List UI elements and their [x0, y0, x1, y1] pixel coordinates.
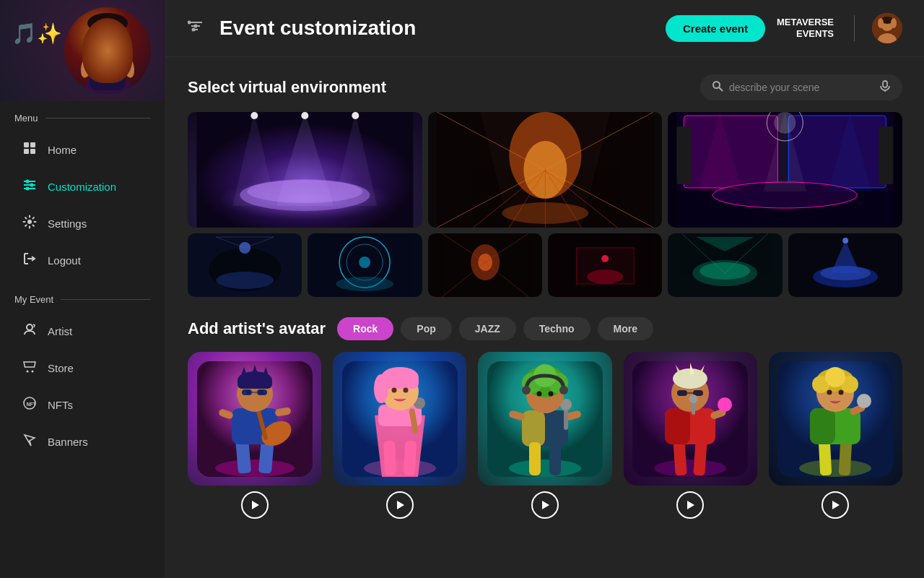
svg-point-114 [842, 238, 848, 243]
genre-tab-jazz[interactable]: JAZZ [459, 317, 516, 340]
scene-search-input[interactable] [729, 82, 873, 93]
hero-avatar-svg [64, 7, 151, 94]
svg-marker-135 [252, 501, 259, 509]
svg-rect-153 [522, 410, 545, 447]
svg-point-106 [699, 262, 750, 280]
sidebar-item-nfts[interactable]: NFT NFTs [7, 387, 158, 423]
svg-point-50 [250, 112, 258, 119]
svg-point-166 [548, 391, 553, 396]
sidebar-item-settings-label: Settings [48, 217, 87, 230]
sidebar-item-home-label: Home [48, 144, 77, 156]
avatar-play-btn-1[interactable] [241, 491, 269, 519]
svg-rect-12 [24, 149, 29, 154]
main-content: Event customization Create event METAVER… [166, 0, 924, 578]
svg-point-17 [30, 184, 34, 187]
svg-point-4 [99, 34, 105, 41]
microphone-icon[interactable] [879, 80, 891, 95]
env-card-4[interactable] [188, 233, 302, 297]
svg-rect-13 [30, 149, 35, 154]
svg-point-190 [799, 460, 871, 477]
genre-tab-rock[interactable]: Rock [337, 317, 393, 340]
sidebar-item-logout-label: Logout [48, 254, 81, 267]
sidebar-hero: 🎵✨ [0, 0, 165, 101]
avatar-grid [188, 352, 902, 519]
filter-icon [188, 19, 204, 38]
sidebar: 🎵✨ Menu [0, 0, 166, 578]
avatar-image-1[interactable] [188, 352, 321, 486]
svg-point-103 [601, 255, 609, 262]
avatar-image-2[interactable] [333, 352, 466, 486]
avatar-play-btn-2[interactable] [386, 491, 414, 519]
topbar: Event customization Create event METAVER… [166, 0, 924, 57]
sidebar-nav: Home Customization [0, 128, 165, 282]
genre-tab-more[interactable]: More [598, 317, 653, 340]
env-card-9[interactable] [788, 233, 902, 297]
svg-text:NFT: NFT [27, 402, 37, 407]
svg-rect-175 [665, 408, 690, 444]
sidebar-logo: 🎵✨ [12, 22, 62, 46]
svg-rect-186 [692, 402, 695, 415]
sidebar-item-home[interactable]: Home [7, 132, 158, 168]
avatar-image-3[interactable] [478, 352, 611, 486]
avatar-image-4[interactable] [624, 352, 757, 486]
svg-rect-10 [24, 142, 29, 147]
create-event-button[interactable]: Create event [666, 15, 765, 42]
svg-point-168 [559, 386, 568, 394]
topbar-divider [854, 15, 855, 41]
svg-rect-6 [96, 35, 106, 40]
sidebar-item-artist-label: Artist [48, 325, 72, 337]
svg-point-146 [374, 374, 388, 403]
artist-icon [22, 322, 38, 340]
my-event-label: My Event [0, 282, 165, 309]
svg-rect-194 [810, 408, 835, 444]
genre-tab-techno[interactable]: Techno [523, 317, 590, 340]
svg-point-92 [359, 256, 370, 268]
environment-grid [188, 112, 902, 297]
env-card-5[interactable] [308, 233, 422, 297]
genre-tab-pop[interactable]: Pop [401, 317, 451, 340]
env-card-6[interactable] [428, 233, 542, 297]
env-card-3[interactable] [668, 112, 902, 228]
svg-point-51 [301, 112, 308, 119]
svg-rect-183 [677, 390, 687, 396]
search-icon [712, 80, 723, 95]
avatar-play-btn-3[interactable] [531, 491, 559, 519]
user-avatar[interactable] [872, 13, 902, 43]
env-card-1[interactable] [188, 112, 422, 228]
svg-point-167 [522, 386, 531, 394]
svg-rect-158 [564, 408, 568, 430]
menu-label: Menu [0, 101, 165, 128]
svg-point-2 [87, 20, 128, 60]
avatar-play-btn-4[interactable] [676, 491, 704, 519]
svg-point-116 [215, 460, 295, 477]
env-card-8[interactable] [668, 233, 782, 297]
svg-point-8 [79, 51, 97, 79]
svg-point-15 [26, 180, 30, 184]
sidebar-item-settings[interactable]: Settings [7, 206, 158, 241]
env-card-7[interactable] [548, 233, 662, 297]
avatar-play-btn-5[interactable] [821, 491, 849, 519]
svg-rect-126 [237, 377, 272, 389]
svg-point-202 [827, 389, 832, 394]
sidebar-item-logout[interactable]: Logout [7, 243, 158, 278]
svg-point-102 [587, 269, 623, 284]
svg-marker-149 [397, 501, 404, 509]
settings-icon [22, 215, 38, 233]
svg-line-40 [719, 87, 723, 91]
sidebar-item-artist[interactable]: Artist [7, 314, 158, 349]
svg-rect-155 [549, 442, 561, 475]
avatar-card-3 [478, 352, 611, 519]
svg-point-151 [509, 460, 581, 477]
page-title: Event customization [219, 17, 654, 40]
svg-point-37 [878, 18, 884, 28]
svg-point-171 [654, 460, 726, 477]
avatar-image-5[interactable] [769, 352, 902, 486]
svg-rect-133 [257, 389, 267, 395]
env-card-2[interactable] [428, 112, 663, 228]
svg-point-24 [32, 371, 34, 373]
sidebar-item-banners[interactable]: Banners [7, 424, 158, 460]
sidebar-item-store[interactable]: Store [7, 350, 158, 386]
svg-rect-192 [839, 439, 853, 475]
sidebar-item-customization[interactable]: Customization [7, 169, 158, 204]
genre-tabs: Rock Pop JAZZ Techno More [337, 317, 653, 340]
